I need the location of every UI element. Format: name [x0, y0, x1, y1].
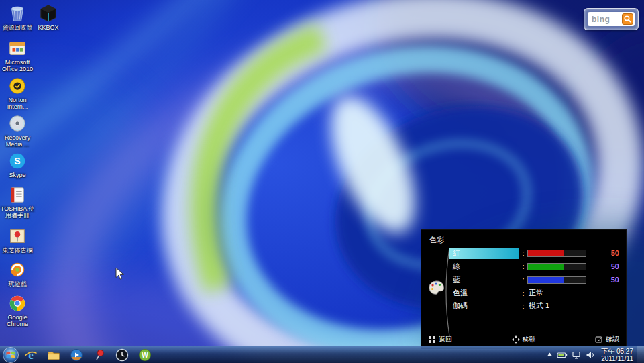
- chrome-icon: [7, 293, 28, 313]
- osd-blue-label: 藍: [449, 274, 519, 286]
- network-icon[interactable]: [572, 350, 582, 360]
- book-icon: [7, 185, 28, 205]
- windows-orb-icon: [2, 346, 19, 363]
- osd-footer: 返回 移動 確認: [428, 335, 619, 344]
- osd-red-value: 50: [586, 249, 619, 257]
- start-button[interactable]: [2, 346, 19, 363]
- taskbar-ie-button[interactable]: e: [19, 346, 42, 363]
- battery-icon[interactable]: [557, 350, 568, 360]
- taskbar-media-player-button[interactable]: [65, 346, 88, 363]
- desktop-icon-kkbox[interactable]: KKBOX: [31, 3, 66, 31]
- system-tray: [547, 350, 596, 360]
- osd-slider-red: 紅 : 50: [449, 246, 619, 260]
- taskbar-clock-app-button[interactable]: [111, 346, 133, 363]
- osd-option-color-temp: 色溫 : 正常: [449, 287, 619, 299]
- monitor-osd-panel: 色彩 紅 : 50 綠 :: [421, 229, 627, 349]
- osd-footer-return: 返回: [428, 335, 452, 344]
- taskbar-w-app-button[interactable]: W: [133, 346, 156, 363]
- desktop-icon-norton[interactable]: Norton Intern...: [0, 76, 35, 110]
- separator: :: [519, 276, 527, 284]
- desktop-icon-label: Recovery Media ...: [0, 134, 35, 148]
- osd-green-bar: [527, 263, 586, 270]
- pushpin-board-icon: [7, 226, 28, 246]
- osd-red-bar: [527, 250, 586, 257]
- clock-date: 2011/11/11: [601, 355, 633, 362]
- search-button[interactable]: [622, 13, 633, 25]
- desktop-icon-toshiba-manual[interactable]: TOSHIBA 使用者手冊: [0, 185, 35, 219]
- desktop-icon-recycle-bin[interactable]: 資源回收筒: [0, 3, 35, 31]
- osd-footer-move-label: 移動: [523, 335, 536, 344]
- desktop-icon-label: 東芝佈告欄: [0, 247, 35, 254]
- osd-gamma-label: 伽碼: [449, 300, 519, 311]
- norton-icon: [7, 76, 28, 96]
- search-input[interactable]: bing: [588, 12, 635, 26]
- menu-grid-icon: [428, 335, 436, 344]
- desktop-icon-label: 玩遊戲: [0, 280, 35, 287]
- move-arrows-icon: [512, 335, 520, 344]
- desktop-icon-toshiba-bulletin[interactable]: 東芝佈告欄: [0, 226, 35, 254]
- desktop-icon-label: Microsoft Office 2010: [0, 59, 35, 72]
- osd-red-label: 紅: [449, 248, 519, 259]
- osd-footer-confirm-label: 確認: [606, 335, 619, 344]
- folder-icon: [47, 348, 60, 362]
- osd-option-gamma: 伽碼 : 模式 1: [449, 299, 619, 312]
- recycle-bin-icon: [7, 3, 28, 23]
- clock-app-icon: [115, 348, 129, 362]
- separator: :: [519, 262, 527, 270]
- osd-color-temp-value: 正常: [527, 288, 543, 298]
- separator: :: [519, 289, 527, 297]
- games-icon: [7, 260, 28, 280]
- disc-icon: [7, 113, 28, 134]
- osd-footer-move: 移動: [512, 335, 536, 344]
- desktop-icon-label: Skype: [0, 172, 35, 178]
- office-icon: [7, 38, 28, 58]
- desktop-icon-skype[interactable]: S Skype: [0, 151, 35, 178]
- osd-footer-return-label: 返回: [439, 335, 452, 344]
- clock-time: 下午 05:27: [601, 348, 633, 355]
- osd-color-temp-label: 色溫: [449, 287, 519, 299]
- desktop-icon-label: TOSHIBA 使用者手冊: [0, 205, 35, 219]
- osd-slider-green: 綠 : 50: [449, 260, 619, 273]
- svg-text:W: W: [142, 352, 148, 359]
- bing-search-gadget[interactable]: bing: [584, 8, 639, 30]
- show-desktop-button[interactable]: [637, 346, 644, 363]
- confirm-icon: [595, 335, 603, 344]
- svg-text:S: S: [14, 156, 20, 166]
- desktop-icon-label: Google Chrome: [0, 314, 35, 327]
- osd-green-value: 50: [586, 262, 619, 270]
- desktop-icon-recovery-media[interactable]: Recovery Media ...: [0, 113, 35, 148]
- separator: :: [519, 302, 527, 310]
- osd-footer-confirm: 確認: [595, 335, 619, 344]
- osd-gamma-value: 模式 1: [527, 301, 549, 311]
- taskbar-clock[interactable]: 下午 05:27 2011/11/11: [601, 348, 633, 362]
- w-app-icon: W: [138, 348, 152, 362]
- taskbar-explorer-button[interactable]: [42, 346, 65, 363]
- osd-slider-blue: 藍 : 50: [449, 273, 619, 287]
- media-player-icon: [70, 348, 83, 362]
- osd-green-label: 綠: [449, 261, 519, 272]
- search-icon: [623, 15, 632, 23]
- desktop-icon-chrome[interactable]: Google Chrome: [0, 293, 35, 327]
- pushpin-icon: [93, 348, 106, 362]
- ie-icon: e: [24, 348, 38, 362]
- bing-logo: bing: [592, 15, 610, 24]
- desktop-icon-label: Norton Intern...: [0, 97, 35, 110]
- separator: :: [519, 249, 527, 257]
- kkbox-icon: [38, 3, 58, 23]
- taskbar: e: [0, 346, 644, 363]
- skype-icon: S: [7, 151, 28, 171]
- osd-title: 色彩: [429, 235, 444, 245]
- show-hidden-icons-button[interactable]: [547, 352, 553, 358]
- speaker-icon[interactable]: [586, 350, 596, 360]
- desktop-icon-label: KKBOX: [31, 24, 66, 31]
- osd-blue-value: 50: [586, 276, 619, 284]
- taskbar-pushpin-button[interactable]: [88, 346, 111, 363]
- osd-blue-bar: [527, 276, 586, 284]
- desktop-icon-ms-office[interactable]: Microsoft Office 2010: [0, 38, 35, 72]
- windows-desktop: 資源回收筒 KKBOX Microsoft Office 2010 Norton…: [0, 0, 644, 363]
- desktop-icon-label: 資源回收筒: [0, 24, 35, 31]
- desktop-icon-games[interactable]: 玩遊戲: [0, 260, 35, 287]
- svg-text:e: e: [28, 348, 34, 361]
